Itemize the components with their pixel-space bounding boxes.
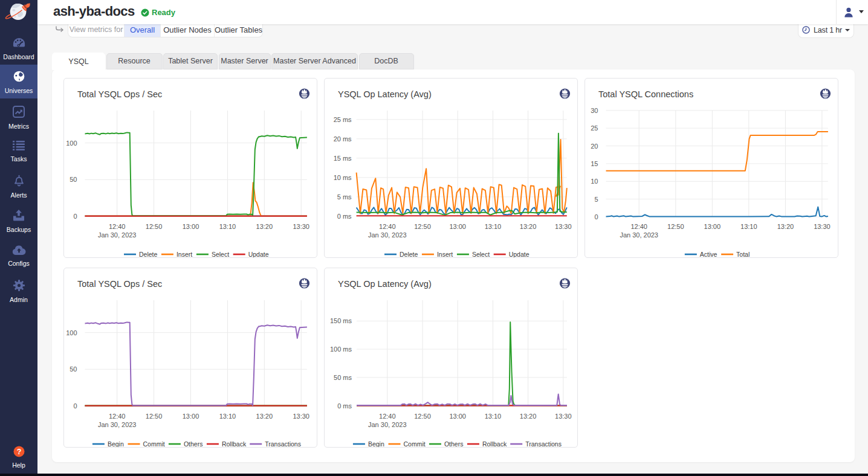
svg-text:50: 50 — [70, 176, 77, 183]
svg-text:50 ms: 50 ms — [334, 374, 352, 381]
svg-text:100 ms: 100 ms — [330, 346, 352, 353]
svg-text:Jan 30, 2023: Jan 30, 2023 — [98, 231, 137, 239]
svg-text:Begin: Begin — [108, 440, 124, 447]
svg-text:Total YSQL Ops / Sec: Total YSQL Ops / Sec — [77, 89, 162, 99]
svg-text:Transactions: Transactions — [525, 440, 562, 447]
svg-text:13:30: 13:30 — [293, 413, 309, 420]
svg-text:12:50: 12:50 — [146, 223, 163, 230]
svg-text:13:30: 13:30 — [814, 223, 831, 230]
svg-text:13:10: 13:10 — [740, 223, 757, 230]
svg-text:12:40: 12:40 — [379, 223, 396, 230]
svg-text:0: 0 — [73, 402, 77, 410]
svg-text:12:40: 12:40 — [109, 223, 126, 230]
svg-text:12:40: 12:40 — [379, 413, 396, 420]
svg-text:12:40: 12:40 — [630, 223, 647, 230]
svg-text:Rollback: Rollback — [222, 440, 247, 447]
svg-text:5: 5 — [594, 196, 598, 203]
svg-text:13:00: 13:00 — [183, 223, 199, 230]
svg-text:12:50: 12:50 — [414, 223, 431, 230]
svg-text:13:10: 13:10 — [485, 223, 502, 230]
svg-text:20 ms: 20 ms — [334, 135, 352, 143]
svg-text:Jan 30, 2023: Jan 30, 2023 — [368, 231, 407, 239]
svg-text:Insert: Insert — [177, 251, 192, 257]
svg-text:Rollback: Rollback — [482, 440, 507, 447]
svg-text:15 ms: 15 ms — [334, 155, 352, 162]
svg-text:Begin: Begin — [368, 440, 384, 447]
svg-text:10: 10 — [591, 178, 598, 185]
svg-text:25 ms: 25 ms — [334, 116, 352, 123]
svg-text:Active: Active — [700, 251, 717, 257]
svg-text:13:00: 13:00 — [449, 223, 466, 230]
svg-text:Select: Select — [212, 251, 229, 257]
svg-text:Jan 30, 2023: Jan 30, 2023 — [620, 231, 658, 239]
svg-text:13:30: 13:30 — [293, 223, 309, 230]
svg-text:Total YSQL Ops / Sec: Total YSQL Ops / Sec — [77, 279, 162, 289]
svg-text:12:50: 12:50 — [667, 223, 684, 230]
svg-text:13:20: 13:20 — [777, 223, 794, 230]
svg-text:13:20: 13:20 — [520, 223, 537, 230]
svg-text:20: 20 — [591, 143, 598, 150]
svg-text:30: 30 — [591, 107, 598, 114]
svg-text:15: 15 — [591, 160, 598, 167]
svg-text:0 ms: 0 ms — [337, 213, 352, 220]
svg-text:13:00: 13:00 — [704, 223, 721, 230]
svg-text:100: 100 — [66, 329, 77, 336]
svg-text:13:00: 13:00 — [449, 413, 466, 420]
svg-text:Others: Others — [184, 440, 203, 447]
svg-text:13:10: 13:10 — [485, 413, 502, 420]
svg-text:13:10: 13:10 — [219, 223, 236, 230]
svg-text:Transactions: Transactions — [265, 440, 301, 447]
svg-text:0 ms: 0 ms — [337, 402, 352, 410]
svg-text:0: 0 — [594, 213, 598, 220]
svg-text:Others: Others — [444, 440, 464, 447]
svg-text:150 ms: 150 ms — [330, 317, 352, 324]
svg-text:50: 50 — [70, 365, 77, 373]
svg-text:Select: Select — [472, 251, 490, 257]
svg-text:Delete: Delete — [400, 251, 418, 257]
svg-text:13:20: 13:20 — [520, 413, 537, 420]
svg-text:100: 100 — [66, 140, 77, 147]
svg-text:Total YSQL Connections: Total YSQL Connections — [598, 89, 693, 99]
svg-text:Delete: Delete — [139, 251, 158, 257]
svg-text:13:00: 13:00 — [183, 413, 199, 420]
svg-text:25: 25 — [591, 124, 598, 132]
svg-text:Update: Update — [248, 251, 269, 257]
svg-text:YSQL Op Latency (Avg): YSQL Op Latency (Avg) — [338, 89, 432, 99]
svg-text:12:50: 12:50 — [414, 413, 431, 420]
svg-text:10 ms: 10 ms — [334, 174, 352, 181]
svg-text:Jan 30, 2023: Jan 30, 2023 — [368, 421, 407, 428]
svg-text:YSQL Op Latency (Avg): YSQL Op Latency (Avg) — [338, 279, 432, 289]
svg-text:Commit: Commit — [404, 440, 426, 447]
svg-text:Total: Total — [736, 251, 750, 257]
svg-text:0: 0 — [73, 213, 77, 220]
svg-text:12:40: 12:40 — [109, 413, 126, 420]
svg-text:13:30: 13:30 — [555, 413, 572, 420]
svg-text:13:30: 13:30 — [555, 223, 572, 230]
svg-text:Jan 30, 2023: Jan 30, 2023 — [98, 421, 137, 428]
svg-text:13:20: 13:20 — [256, 413, 273, 420]
svg-text:?: ? — [16, 448, 21, 456]
svg-text:Update: Update — [509, 251, 530, 257]
svg-text:5 ms: 5 ms — [337, 193, 352, 201]
svg-text:13:10: 13:10 — [219, 413, 236, 420]
svg-text:13:20: 13:20 — [256, 223, 273, 230]
svg-text:Insert: Insert — [437, 251, 453, 257]
svg-text:12:50: 12:50 — [146, 413, 163, 420]
svg-text:Commit: Commit — [143, 440, 165, 447]
